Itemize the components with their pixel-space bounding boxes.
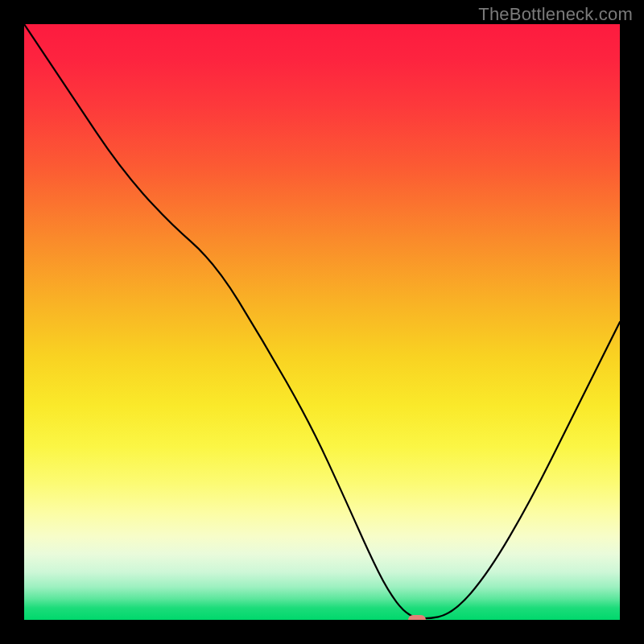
- chart-container: TheBottleneck.com: [0, 0, 644, 644]
- watermark-text: TheBottleneck.com: [478, 4, 633, 25]
- bottleneck-curve: [24, 24, 620, 618]
- plot-area: [24, 24, 620, 620]
- optimal-marker: [408, 615, 426, 620]
- curve-svg: [24, 24, 620, 620]
